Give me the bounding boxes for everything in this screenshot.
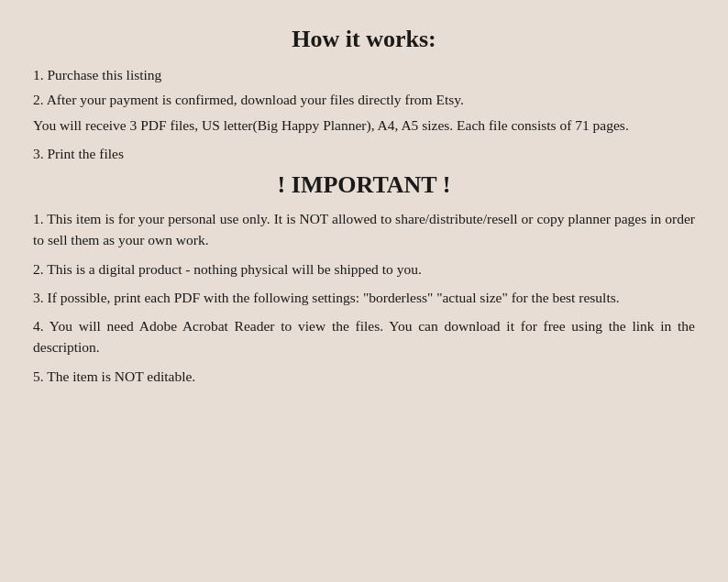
important-item2: 2. This is a digital product - nothing p… xyxy=(33,258,695,280)
step3-note-text: You will receive 3 PDF files, US letter(… xyxy=(33,115,695,136)
important-item4: 4. You will need Adobe Acrobat Reader to… xyxy=(33,315,695,358)
step3-text: 3. Print the files xyxy=(33,143,695,164)
important-title: ! IMPORTANT ! xyxy=(33,171,695,199)
step2-text: 2. After your payment is confirmed, down… xyxy=(33,89,695,110)
step1-text: 1. Purchase this listing xyxy=(33,64,695,85)
important-item1: 1. This item is for your personal use on… xyxy=(33,208,695,251)
important-item3: 3. If possible, print each PDF with the … xyxy=(33,287,695,308)
important-item5: 5. The item is NOT editable. xyxy=(33,366,695,387)
page-container: How it works: 1. Purchase this listing 2… xyxy=(0,0,728,582)
main-title: How it works: xyxy=(33,26,695,53)
